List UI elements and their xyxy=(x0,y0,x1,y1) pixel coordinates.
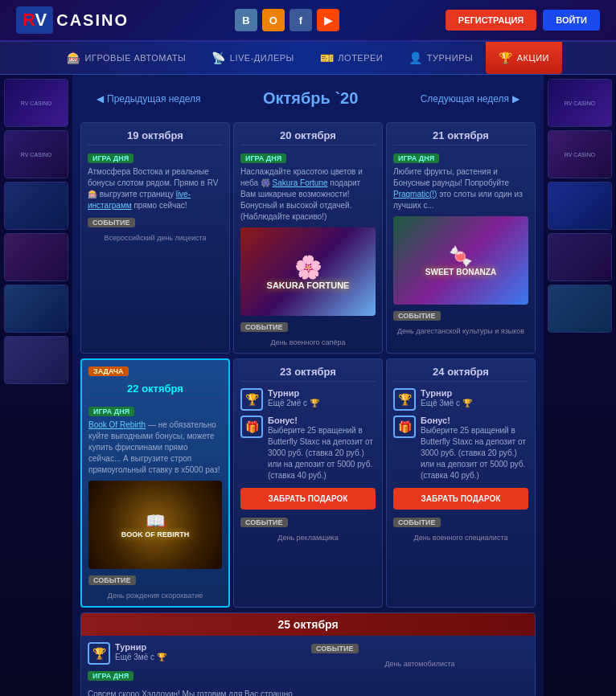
day24-bonus-icon: 🎁 xyxy=(393,416,416,438)
nav-live-dealers[interactable]: 📡 LIVE-ДИЛЕРЫ xyxy=(199,42,307,74)
day19-link[interactable]: live-инстаграмм xyxy=(88,190,191,210)
day25-trophy-icon: 🏆 xyxy=(88,642,110,665)
promo-icon: 🏆 xyxy=(499,51,513,64)
day21-event-text: День дагестанской культуры и языков xyxy=(393,327,528,335)
day25-event-tag: СОБЫТИЕ xyxy=(311,644,359,653)
nav-slots[interactable]: 🎰 ИГРОВЫЕ АВТОМАТЫ xyxy=(54,42,199,74)
login-button[interactable]: ВОЙТИ xyxy=(543,10,600,31)
side-card-r2: RV CASINO xyxy=(548,130,612,178)
nav-promotions[interactable]: 🏆 АКЦИИ xyxy=(486,42,562,74)
day22-promo-tag: ЗАДАЧА xyxy=(88,366,129,376)
header-buttons: РЕГИСТРАЦИЯ ВОЙТИ xyxy=(446,10,600,31)
side-card-3 xyxy=(4,182,68,230)
day25-text: Совсем скоро Хэллоуин! Мы готовим для Ва… xyxy=(88,689,305,696)
day-card-21: 21 октября ИГРА ДНЯ Любите фрукты, расте… xyxy=(386,122,536,354)
day23-claim-button[interactable]: ЗАБРАТЬ ПОДАРОК xyxy=(240,488,376,510)
logo-casino-text: CASINO xyxy=(56,11,129,30)
register-button[interactable]: РЕГИСТРАЦИЯ xyxy=(446,10,536,31)
day24-event-text: День военного специалиста xyxy=(393,534,528,542)
day-card-22: ЗАДАЧА 22 октября ИГРА ДНЯ Book Of Rebir… xyxy=(80,358,230,608)
tournament-icon: 👤 xyxy=(409,51,423,64)
logo-rv-text: RV xyxy=(16,6,53,34)
day24-tournament-block: 🏆 Турнир Ещё 3мё с 🏆 xyxy=(393,388,528,411)
nav-tournaments[interactable]: 👤 ТУРНИРЫ xyxy=(396,42,486,74)
day23-tournament-block: 🏆 Турнир Ещё 2мё с 🏆 xyxy=(240,388,376,411)
week-row-2: ЗАДАЧА 22 октября ИГРА ДНЯ Book Of Rebir… xyxy=(80,358,536,608)
day-header-21: 21 октября xyxy=(393,129,528,145)
day23-tournament-sub: Ещё 2мё с 🏆 xyxy=(268,398,319,409)
day-card-24: 24 октября 🏆 Турнир Ещё 3мё с 🏆 🎁 Бонус!… xyxy=(386,358,536,608)
side-right-panel: RV CASINO RV CASINO xyxy=(544,75,616,696)
day25-event-text: День автомобилиста xyxy=(311,660,528,668)
day22-link[interactable]: Book Of Rebirth xyxy=(88,420,146,429)
day20-link[interactable]: Sakura Fortune xyxy=(273,178,328,187)
chevron-right-icon: ▶ xyxy=(512,93,519,104)
side-card-6 xyxy=(4,336,68,384)
live-icon: 📡 xyxy=(211,51,226,64)
day22-text: Book Of Rebirth — не обязательно куйте в… xyxy=(88,420,222,476)
day21-event-tag: СОБЫТИЕ xyxy=(393,311,441,321)
day20-image: 🌸 SAKURA FORTUNE xyxy=(240,227,376,316)
social-links: В О f ▶ xyxy=(235,9,339,31)
side-card-r3 xyxy=(548,182,612,230)
day20-game-tag: ИГРА ДНЯ xyxy=(240,154,286,163)
day22-event-text: День рождения скорохватие xyxy=(88,592,222,600)
day20-event-text: День военного сапёра xyxy=(240,338,376,346)
next-week-button[interactable]: Следующая неделя ▶ xyxy=(421,93,519,104)
slots-icon: 🎰 xyxy=(67,51,81,64)
day-header-19: 19 октября xyxy=(88,129,223,145)
header: RV CASINO В О f ▶ РЕГИСТРАЦИЯ ВОЙТИ xyxy=(0,0,616,42)
day-card-19: 19 октября ИГРА ДНЯ Атмосфера Востока и … xyxy=(80,122,230,354)
day-header-20: 20 октября xyxy=(240,129,376,145)
day20-text: Наслаждайте красотою цветов и неба 🎆 Sak… xyxy=(240,166,376,223)
week-row-1: 19 октября ИГРА ДНЯ Атмосфера Востока и … xyxy=(80,122,536,354)
day24-bonus-text: Выберите 25 вращений в Butterfly Staxс н… xyxy=(421,425,528,481)
day25-game-tag: ИГРА ДНЯ xyxy=(88,671,133,681)
side-card-r1: RV CASINO xyxy=(548,79,612,127)
day24-tournament-sub: Ещё 3мё с 🏆 xyxy=(421,398,472,409)
main-wrapper: RV CASINO RV CASINO xyxy=(0,75,616,696)
prev-week-button[interactable]: ◀ Предыдущая неделя xyxy=(97,93,201,104)
day22-event-tag: СОБЫТИЕ xyxy=(88,575,136,585)
day23-bonus-text: Выберите 25 вращений в Butterfly Staxс н… xyxy=(268,425,376,481)
social-fb-icon[interactable]: f xyxy=(290,9,312,31)
day19-text: Атмосфера Востока и реальные бонусы слот… xyxy=(88,166,223,211)
chevron-left-icon: ◀ xyxy=(97,93,104,104)
social-yt-icon[interactable]: ▶ xyxy=(317,9,339,31)
day-header-25: 25 октября xyxy=(81,613,535,636)
day22-game-tag: ИГРА ДНЯ xyxy=(88,407,134,416)
day25-tournament-block: 🏆 Турнир Ещё 3мё с 🏆 xyxy=(88,642,305,665)
day24-tournament-title: Турнир xyxy=(421,388,472,398)
day24-claim-button[interactable]: ЗАБРАТЬ ПОДАРОК xyxy=(393,488,528,510)
day-card-25: 25 октября 🏆 Турнир Ещё 3мё с 🏆 ИГРА ДНЯ… xyxy=(80,612,536,696)
day-header-22: 22 октября xyxy=(88,383,222,399)
day23-event-text: День рекламщика xyxy=(240,534,376,542)
side-left-panel: RV CASINO RV CASINO xyxy=(0,75,72,696)
day25-tournament-sub: Ещё 3мё с 🏆 xyxy=(115,652,166,663)
social-vk-icon[interactable]: В xyxy=(235,9,257,31)
day-header-24: 24 октября xyxy=(393,366,528,382)
calendar-content: ◀ Предыдущая неделя Октябрь `20 Следующа… xyxy=(72,75,544,696)
day24-trophy-icon: 🏆 xyxy=(393,388,416,411)
logo: RV CASINO xyxy=(16,6,129,34)
day23-tournament-title: Турнир xyxy=(268,388,319,398)
day23-trophy-icon: 🏆 xyxy=(240,388,263,411)
day23-bonus-block: 🎁 Бонус! Выберите 25 вращений в Butterfl… xyxy=(240,416,376,481)
day19-game-tag: ИГРА ДНЯ xyxy=(88,154,133,163)
side-card-5 xyxy=(4,285,68,333)
day21-game-tag: ИГРА ДНЯ xyxy=(393,154,439,163)
day25-left: 🏆 Турнир Ещё 3мё с 🏆 ИГРА ДНЯ Совсем ско… xyxy=(88,642,305,696)
day24-bonus-title: Бонус! xyxy=(421,416,528,425)
nav-lotteries[interactable]: 🎫 ЛОТЕРЕИ xyxy=(307,42,396,74)
day23-bonus-icon: 🎁 xyxy=(240,416,263,438)
day22-image: 📖 BOOK OF REBIRTH xyxy=(88,481,222,569)
side-card-4 xyxy=(4,233,68,281)
day21-link[interactable]: Pragmatic(!) xyxy=(393,190,437,199)
day-card-23: 23 октября 🏆 Турнир Ещё 2мё с 🏆 🎁 Бонус!… xyxy=(233,358,383,608)
day20-event-tag: СОБЫТИЕ xyxy=(240,322,288,332)
social-ok-icon[interactable]: О xyxy=(262,9,285,31)
side-card-r5 xyxy=(548,285,612,333)
day25-right: СОБЫТИЕ День автомобилиста xyxy=(311,642,528,696)
day25-tournament-title: Турнир xyxy=(115,642,166,652)
day23-bonus-title: Бонус! xyxy=(268,416,376,425)
